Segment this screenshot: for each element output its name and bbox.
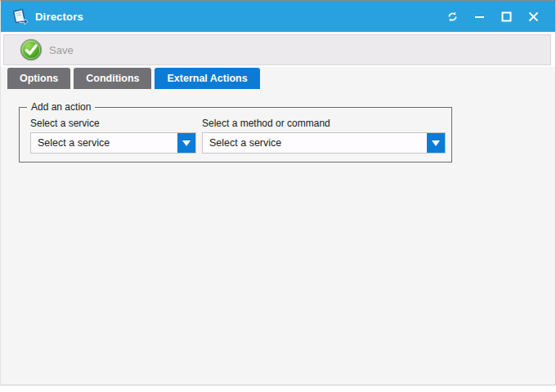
chevron-down-icon <box>182 140 191 146</box>
window-title: Directors <box>35 11 83 23</box>
minimize-icon[interactable] <box>466 1 493 32</box>
groupbox-title: Add an action <box>27 101 95 114</box>
toolbar: Save <box>3 34 551 65</box>
method-dropdown[interactable]: Select a service <box>202 132 446 154</box>
tab-options[interactable]: Options <box>7 68 70 89</box>
green-check-circle-icon <box>20 38 43 61</box>
form-run-icon <box>11 7 29 25</box>
method-field: Select a method or command Select a serv… <box>202 118 446 154</box>
tab-external-actions[interactable]: External Actions <box>155 68 259 89</box>
service-dropdown-value: Select a service <box>31 133 177 153</box>
directors-window: Directors <box>0 0 556 385</box>
maximize-icon[interactable] <box>493 1 520 32</box>
service-label: Select a service <box>30 118 196 129</box>
save-button[interactable]: Save <box>15 37 78 63</box>
service-dropdown-button[interactable] <box>177 133 195 153</box>
content-area: Options Conditions External Actions Add … <box>1 67 555 385</box>
service-field: Select a service Select a service <box>30 118 196 154</box>
tab-conditions[interactable]: Conditions <box>74 68 151 89</box>
method-label: Select a method or command <box>202 118 446 129</box>
save-button-label: Save <box>49 44 74 56</box>
chevron-down-icon <box>432 140 440 146</box>
close-icon[interactable] <box>520 1 547 32</box>
service-dropdown[interactable]: Select a service <box>30 132 196 154</box>
titlebar: Directors <box>1 1 555 32</box>
refresh-icon[interactable] <box>439 1 466 32</box>
window-controls <box>439 1 547 32</box>
add-action-groupbox: Add an action Select a service Select a … <box>19 107 452 163</box>
tab-bar: Options Conditions External Actions <box>7 68 260 89</box>
method-dropdown-value: Select a service <box>203 133 427 153</box>
method-dropdown-button[interactable] <box>427 133 445 153</box>
